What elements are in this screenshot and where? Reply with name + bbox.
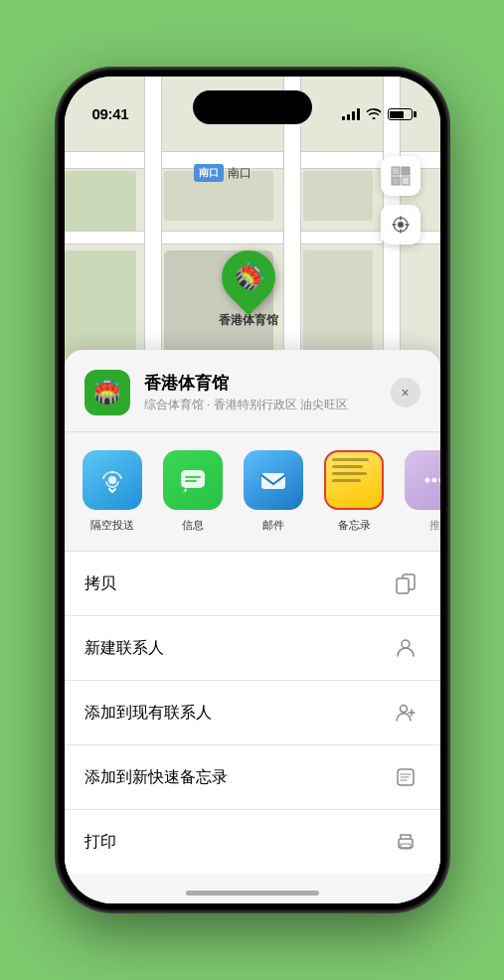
print-icon — [391, 827, 420, 857]
share-item-mail[interactable]: 邮件 — [242, 450, 306, 533]
place-subtitle: 综合体育馆 · 香港特别行政区 油尖旺区 — [144, 397, 377, 413]
message-label: 信息 — [182, 518, 204, 533]
svg-point-16 — [402, 640, 410, 648]
south-entrance-text: 南口 — [228, 165, 252, 182]
action-copy[interactable]: 拷贝 — [65, 552, 440, 616]
status-time: 09:41 — [92, 105, 129, 122]
south-entrance-box: 南口 — [194, 164, 224, 182]
map-controls — [381, 156, 420, 252]
svg-rect-1 — [402, 167, 410, 175]
location-button[interactable] — [381, 205, 420, 245]
stadium-marker: 🏟️ 香港体育馆 — [219, 250, 278, 329]
svg-rect-0 — [392, 167, 400, 175]
phone-screen: 09:41 — [65, 77, 440, 903]
home-indicator — [186, 891, 319, 896]
mail-icon — [244, 450, 303, 510]
place-info: 香港体育馆 综合体育馆 · 香港特别行政区 油尖旺区 — [144, 372, 377, 413]
share-item-more[interactable]: 推 — [403, 450, 440, 533]
svg-point-17 — [400, 706, 407, 713]
wifi-icon — [366, 106, 382, 122]
bottom-sheet: 🏟️ 香港体育馆 综合体育馆 · 香港特别行政区 油尖旺区 × — [65, 350, 440, 903]
notes-icon — [324, 450, 384, 510]
svg-rect-7 — [181, 470, 205, 488]
place-name: 香港体育馆 — [144, 372, 377, 395]
more-label: 推 — [429, 518, 440, 533]
action-print-label: 打印 — [84, 832, 116, 853]
copy-icon — [391, 569, 420, 598]
share-item-notes[interactable]: 备忘录 — [322, 450, 387, 533]
close-icon: × — [401, 385, 409, 401]
action-copy-label: 拷贝 — [84, 573, 116, 594]
svg-rect-15 — [397, 578, 409, 593]
action-print[interactable]: 打印 — [65, 810, 440, 874]
map-type-button[interactable] — [381, 156, 420, 196]
south-entrance-label: 南口 南口 — [194, 164, 252, 182]
battery-icon — [388, 108, 413, 120]
svg-rect-2 — [392, 177, 400, 185]
place-icon: 🏟️ — [84, 370, 130, 415]
action-quick-note-label: 添加到新快速备忘录 — [84, 767, 228, 788]
svg-point-6 — [108, 476, 116, 484]
person-add-icon — [391, 698, 420, 728]
airdrop-label: 隔空投送 — [90, 518, 134, 533]
memo-icon — [391, 762, 420, 792]
airdrop-icon — [83, 450, 142, 510]
action-new-contact-label: 新建联系人 — [84, 638, 164, 659]
phone-frame: 09:41 — [59, 71, 446, 909]
svg-point-4 — [398, 222, 404, 228]
more-icon — [405, 450, 440, 510]
notes-label: 备忘录 — [338, 518, 371, 533]
place-header: 🏟️ 香港体育馆 综合体育馆 · 香港特别行政区 油尖旺区 × — [65, 370, 440, 432]
svg-rect-10 — [261, 473, 285, 489]
action-add-existing[interactable]: 添加到现有联系人 — [65, 681, 440, 745]
svg-point-11 — [425, 478, 430, 483]
share-item-airdrop[interactable]: 隔空投送 — [81, 450, 145, 533]
svg-rect-3 — [402, 177, 410, 185]
share-item-message[interactable]: 信息 — [161, 450, 226, 533]
close-button[interactable]: × — [391, 378, 420, 408]
signal-icon — [342, 108, 360, 120]
svg-point-12 — [432, 478, 437, 483]
svg-point-13 — [439, 478, 440, 483]
status-icons — [342, 106, 413, 122]
action-new-contact[interactable]: 新建联系人 — [65, 616, 440, 681]
action-list: 拷贝 新建联系人 — [65, 552, 440, 874]
share-row: 隔空投送 信息 — [65, 432, 440, 552]
action-add-existing-label: 添加到现有联系人 — [84, 703, 212, 724]
message-icon — [163, 450, 223, 510]
mail-label: 邮件 — [262, 518, 284, 533]
person-icon — [391, 633, 420, 663]
dynamic-island — [193, 90, 312, 124]
action-quick-note[interactable]: 添加到新快速备忘录 — [65, 745, 440, 810]
